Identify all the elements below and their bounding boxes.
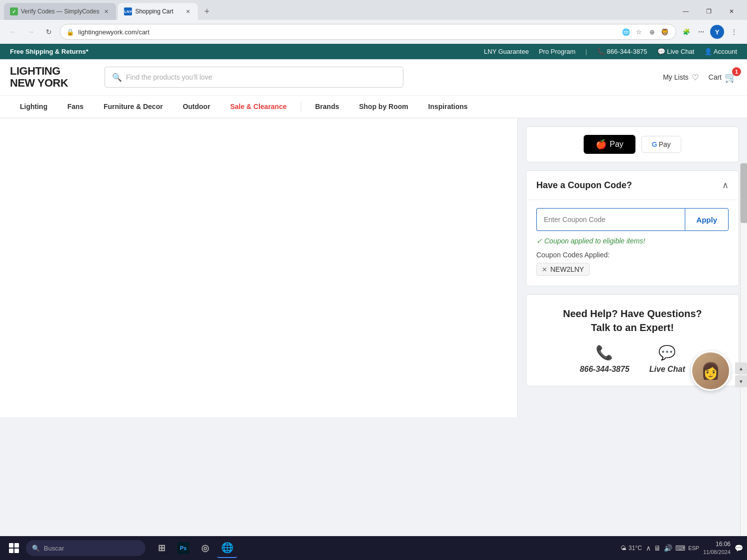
reload-button[interactable]: ↻ xyxy=(42,25,56,39)
tab2-close[interactable]: ✕ xyxy=(184,7,192,15)
maximize-button[interactable]: ❐ xyxy=(697,3,720,20)
keyboard-icon[interactable]: ⌨ xyxy=(675,544,685,552)
search-icon: 🔍 xyxy=(112,73,122,82)
system-tray: ∧ 🖥 🔊 ⌨ ESP xyxy=(646,544,699,552)
taskbar: 🔍 Buscar ⊞ Ps ◎ 🌐 🌤 31°C ∧ 🖥 xyxy=(0,536,747,560)
timer-app[interactable]: ◎ xyxy=(195,538,215,558)
task-view-icon: ⊞ xyxy=(155,542,167,554)
scrollbar-thumb[interactable] xyxy=(741,163,747,223)
nav-item-inspirations[interactable]: Inspirations xyxy=(418,96,478,117)
coupon-toggle-icon[interactable]: ∧ xyxy=(722,180,729,191)
chat-agent-bubble[interactable]: 👩 xyxy=(691,351,731,391)
nav-item-outdoor[interactable]: Outdoor xyxy=(173,96,220,117)
extension-btn-1[interactable]: 🧩 xyxy=(680,26,692,38)
apply-button[interactable]: Apply xyxy=(685,208,729,231)
apple-pay-button[interactable]: 🍎 Pay xyxy=(584,135,635,154)
volume-icon[interactable]: 🔊 xyxy=(664,544,672,552)
forward-button[interactable]: → xyxy=(24,25,38,39)
network-icon[interactable]: 🖥 xyxy=(654,544,661,552)
tab-1[interactable]: ✓ Verify Codes — SimplyCodes ✕ xyxy=(4,3,116,20)
main-nav: Lighting Fans Furniture & Decor Outdoor … xyxy=(0,96,747,118)
weather-icon: 🌤 xyxy=(621,545,626,552)
extensions-area: 🧩 ⋯ Y ⋮ xyxy=(680,25,741,39)
clock[interactable]: 16:06 11/08/2024 xyxy=(703,540,731,556)
timer-icon: ◎ xyxy=(199,542,211,554)
menu-button[interactable]: ⋮ xyxy=(727,25,741,39)
start-button[interactable] xyxy=(4,538,24,558)
google-pay-button[interactable]: G Pay xyxy=(641,136,681,153)
nav-item-fans[interactable]: Fans xyxy=(57,96,94,117)
coupon-success-message: ✓ Coupon applied to eligible items! xyxy=(536,237,729,245)
browser-window: ✓ Verify Codes — SimplyCodes ✕ LNY Shopp… xyxy=(0,0,747,560)
account-link[interactable]: 👤 Account xyxy=(704,48,737,55)
live-chat-label[interactable]: Live Chat xyxy=(649,365,685,374)
success-checkmark: ✓ xyxy=(536,237,542,245)
task-view-button[interactable]: ⊞ xyxy=(151,538,171,558)
extension-btn-2[interactable]: ⋯ xyxy=(695,26,707,38)
help-title: Need Help? Have Questions?Talk to an Exp… xyxy=(536,307,729,335)
brave-icon[interactable]: 🦁 xyxy=(660,27,670,37)
my-lists-label: My Lists xyxy=(663,73,688,81)
my-lists-button[interactable]: My Lists ♡ xyxy=(663,73,698,82)
back-button[interactable]: ← xyxy=(6,25,20,39)
live-chat-link[interactable]: 💬 Live Chat xyxy=(657,48,695,55)
time-display: 16:06 xyxy=(703,540,731,549)
cart-button[interactable]: Cart 🛒 1 xyxy=(709,71,737,83)
close-button[interactable]: ✕ xyxy=(720,3,743,20)
lny-guarantee-link[interactable]: LNY Guarantee xyxy=(484,48,529,55)
page-scrollbar[interactable] xyxy=(740,163,747,560)
nav-item-shop-by-room[interactable]: Shop by Room xyxy=(349,96,418,117)
tab-2[interactable]: LNY Shopping Cart ✕ xyxy=(118,3,198,20)
top-bar: Free Shipping & Returns* LNY Guarantee P… xyxy=(0,44,747,59)
notification-icon[interactable]: 💬 xyxy=(735,544,743,552)
windows-logo xyxy=(9,543,19,553)
g-letter: G xyxy=(652,140,657,148)
scroll-down-arrow[interactable]: ▼ xyxy=(735,375,747,387)
help-card: Need Help? Have Questions?Talk to an Exp… xyxy=(526,294,739,386)
coupon-input-row: Apply xyxy=(536,208,729,231)
nav-item-furniture[interactable]: Furniture & Decor xyxy=(94,96,173,117)
cart-summary-panel: 🍎 Pay G Pay Have a Coupon Code? ∧ xyxy=(518,118,747,417)
payment-methods-card: 🍎 Pay G Pay xyxy=(526,126,739,162)
extension-icon[interactable]: ⊕ xyxy=(647,27,657,37)
nav-item-lighting[interactable]: Lighting xyxy=(10,96,57,117)
coupon-applied-label: Coupon Codes Applied: xyxy=(536,251,729,259)
coupon-code-input[interactable] xyxy=(536,208,685,231)
top-bar-links: LNY Guarantee Pro Program | 📞 866-344-38… xyxy=(484,48,737,55)
translate-icon[interactable]: 🌐 xyxy=(621,27,631,37)
window-controls: — ❐ ✕ xyxy=(674,3,743,20)
date-display: 11/08/2024 xyxy=(703,549,731,556)
phone-link[interactable]: 📞 866-344-3875 xyxy=(597,48,647,55)
temperature: 31°C xyxy=(628,545,642,552)
header-right-section: My Lists ♡ Cart 🛒 1 xyxy=(663,71,737,83)
photoshop-app[interactable]: Ps xyxy=(173,538,193,558)
tab1-close[interactable]: ✕ xyxy=(102,7,110,15)
address-bar[interactable]: 🔒 lightingnewyork.com/cart 🌐 ☆ ⊕ 🦁 xyxy=(60,24,676,40)
search-bar[interactable]: 🔍 Find the products you'll love xyxy=(105,67,403,88)
lang-indicator[interactable]: ESP xyxy=(688,545,699,551)
site-logo[interactable]: LIGHTING NEW YORK xyxy=(10,65,95,89)
taskbar-search-icon: 🔍 xyxy=(32,545,40,552)
profile-button[interactable]: Y xyxy=(710,25,724,39)
coupon-title: Have a Coupon Code? xyxy=(536,180,632,191)
pay-label: Pay xyxy=(659,140,671,148)
weather-widget: 🌤 31°C xyxy=(621,545,642,552)
nav-item-sale[interactable]: Sale & Clearance xyxy=(220,96,297,117)
chrome-app[interactable]: 🌐 xyxy=(217,538,237,558)
phone-contact: 📞 866-344-3875 xyxy=(580,344,629,374)
scroll-up-arrow[interactable]: ▲ xyxy=(735,362,747,374)
new-tab-button[interactable]: + xyxy=(200,4,214,18)
divider-1: | xyxy=(586,48,587,55)
up-arrow-icon[interactable]: ∧ xyxy=(646,544,651,552)
taskbar-search-text: Buscar xyxy=(44,545,64,552)
url-text: lightingnewyork.com/cart xyxy=(78,28,617,36)
nav-item-brands[interactable]: Brands xyxy=(305,96,349,117)
site-header: LIGHTING NEW YORK 🔍 Find the products yo… xyxy=(0,59,747,96)
cart-badge: 1 xyxy=(732,67,741,76)
phone-number[interactable]: 866-344-3875 xyxy=(580,365,629,374)
coupon-remove-x[interactable]: ✕ xyxy=(542,266,547,273)
taskbar-search-bar[interactable]: 🔍 Buscar xyxy=(26,540,145,556)
minimize-button[interactable]: — xyxy=(674,3,697,20)
bookmark-icon[interactable]: ☆ xyxy=(634,27,644,37)
pro-program-link[interactable]: Pro Program xyxy=(539,48,576,55)
